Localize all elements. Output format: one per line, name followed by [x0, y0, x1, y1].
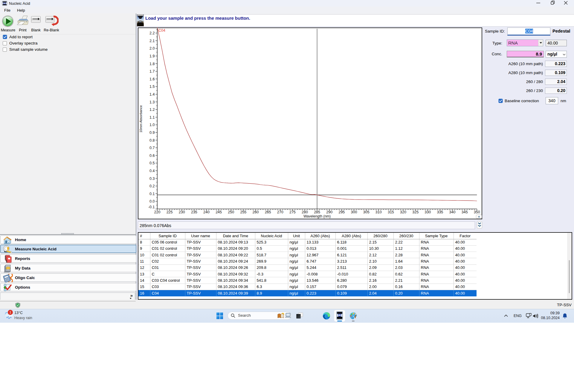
svg-text:0.7: 0.7	[149, 146, 155, 150]
svg-text:235: 235	[191, 210, 197, 214]
svg-text:240: 240	[203, 210, 210, 214]
svg-text:0.8: 0.8	[149, 138, 155, 143]
svg-text:310: 310	[375, 210, 382, 214]
svg-text:245: 245	[216, 210, 222, 214]
svg-text:270: 270	[277, 210, 283, 214]
svg-text:10mm Absorbance: 10mm Absorbance	[139, 105, 143, 133]
svg-text:1.4: 1.4	[149, 92, 155, 97]
svg-text:305: 305	[363, 210, 370, 214]
svg-text:290: 290	[326, 210, 332, 214]
svg-text:0.5: 0.5	[149, 161, 155, 165]
svg-text:250: 250	[228, 210, 234, 214]
svg-text:295: 295	[338, 210, 345, 214]
svg-text:1.5: 1.5	[149, 85, 155, 89]
svg-text:0.6: 0.6	[149, 154, 155, 158]
svg-text:0.1: 0.1	[149, 192, 155, 196]
svg-text:230: 230	[179, 210, 185, 214]
svg-text:1.6: 1.6	[149, 77, 155, 81]
svg-text:300: 300	[351, 210, 357, 214]
svg-text:260: 260	[253, 210, 259, 214]
svg-text:280: 280	[302, 210, 308, 214]
svg-text:2.0: 2.0	[149, 46, 155, 50]
svg-text:0.9: 0.9	[149, 131, 155, 135]
svg-text:-0.1: -0.1	[148, 205, 155, 209]
svg-text:330: 330	[425, 210, 431, 214]
svg-text:335: 335	[437, 210, 443, 214]
svg-text:265: 265	[265, 210, 271, 214]
svg-text:255: 255	[240, 210, 246, 214]
svg-text:345: 345	[462, 210, 468, 214]
svg-text:2.1: 2.1	[149, 39, 155, 43]
svg-text:225: 225	[167, 210, 173, 214]
svg-text:320: 320	[400, 210, 406, 214]
svg-text:1.2: 1.2	[149, 108, 155, 112]
svg-text:340: 340	[449, 210, 456, 214]
svg-text:275: 275	[289, 210, 296, 214]
svg-text:1.1: 1.1	[149, 115, 155, 120]
svg-text:1.9: 1.9	[149, 54, 155, 58]
svg-text:0.2: 0.2	[149, 184, 155, 188]
svg-text:285: 285	[314, 210, 320, 214]
svg-text:0.3: 0.3	[149, 177, 155, 181]
svg-text:2.2: 2.2	[149, 31, 155, 35]
svg-text:Wavelength (nm): Wavelength (nm)	[303, 214, 331, 218]
svg-text:1.7: 1.7	[149, 69, 155, 74]
svg-text:315: 315	[388, 210, 394, 214]
svg-text:1.8: 1.8	[149, 62, 155, 66]
svg-text:350: 350	[474, 210, 480, 214]
svg-text:1.3: 1.3	[149, 100, 155, 104]
svg-text:0.0: 0.0	[149, 199, 155, 203]
svg-text:0.4: 0.4	[149, 169, 155, 173]
svg-text:325: 325	[412, 210, 419, 214]
svg-text:220: 220	[154, 210, 161, 214]
svg-text:1.0: 1.0	[149, 123, 155, 127]
svg-text:C04: C04	[158, 28, 165, 33]
